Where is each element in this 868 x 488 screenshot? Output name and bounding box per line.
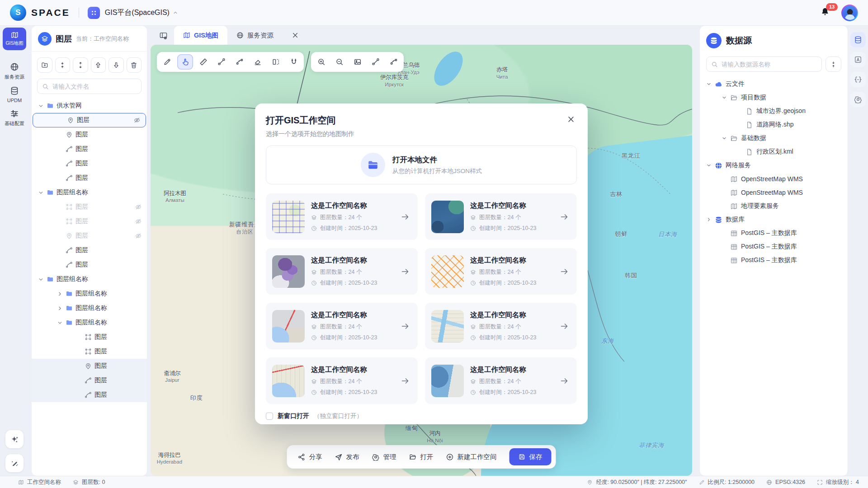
eye-off-icon — [135, 203, 142, 211]
workspace-card[interactable]: 这是工作空间名称图层数量：24 个创建时间：2025-10-23 — [266, 248, 418, 295]
datasource-row[interactable]: PostGIS – 主数据库 — [700, 253, 848, 267]
avatar[interactable] — [841, 5, 858, 21]
map-tool-measure-line[interactable] — [368, 54, 383, 70]
map-tool-zoom-in[interactable] — [313, 54, 329, 70]
save-button[interactable]: 保存 — [509, 448, 552, 465]
collapse-all-button[interactable] — [55, 57, 71, 73]
dialog-title: 打开GIS工作空间 — [266, 114, 577, 127]
rail-item-updm[interactable]: UPDM — [7, 86, 22, 103]
right-rail-code[interactable] — [850, 72, 866, 87]
datasource-row[interactable]: 城市边界.geojson — [700, 104, 848, 118]
map-tool-zoom-out[interactable] — [331, 54, 347, 70]
magic-wand-icon — [10, 459, 19, 468]
layer-row[interactable]: 图层 — [33, 113, 146, 127]
layer-row[interactable]: 图层 — [32, 127, 147, 142]
workspace-card[interactable]: 这是工作空间名称图层数量：24 个创建时间：2025-10-23 — [266, 357, 418, 404]
layer-row[interactable]: 图层 — [32, 142, 147, 156]
delete-button[interactable] — [127, 57, 142, 73]
collapse-all-button[interactable] — [826, 56, 841, 72]
map-label: 斋浦尔Jaipur — [164, 370, 181, 384]
layer-row[interactable]: 图层 — [32, 344, 147, 359]
layer-row[interactable]: 图层 — [32, 388, 147, 402]
move-up-button[interactable] — [91, 57, 106, 73]
rail-item-service-resources[interactable]: 服务资源 — [5, 62, 24, 80]
chevron-up-icon[interactable] — [173, 10, 178, 15]
datasource-row[interactable]: OpenStreetMap WMS — [700, 172, 848, 186]
datasource-row[interactable]: 道路网络.shp — [700, 118, 848, 131]
measure-line-icon — [372, 58, 380, 66]
datasource-search-input[interactable] — [722, 61, 817, 68]
map-tab-gis-map[interactable]: GIS地图 — [174, 26, 227, 45]
datasource-row[interactable]: 行政区划.kml — [700, 145, 848, 159]
datasource-row[interactable]: OpenStreetMap WMS — [700, 186, 848, 199]
notifications-button[interactable]: 13 — [821, 7, 830, 18]
layers-search-input[interactable] — [52, 83, 137, 90]
map-tool-snap[interactable] — [286, 54, 302, 70]
panel-toggle-button[interactable] — [156, 28, 170, 42]
layer-group-row[interactable]: 供水管网 — [32, 99, 147, 113]
layer-row[interactable]: 图层 — [32, 359, 147, 373]
map-tool-node-edit[interactable] — [231, 54, 247, 70]
map-tool-select-hand[interactable] — [177, 54, 193, 70]
datasource-row[interactable]: PostGIS – 主数据库 — [700, 240, 848, 253]
datasource-row[interactable]: 数据库 — [700, 213, 848, 226]
move-down-button[interactable] — [108, 57, 124, 73]
datasource-row[interactable]: 基础数据 — [700, 131, 848, 145]
datasource-row[interactable]: 云文件 — [700, 77, 848, 91]
ai-assistant-button[interactable] — [5, 430, 24, 448]
workspace-card[interactable]: 这是工作空间名称图层数量：24 个创建时间：2025-10-23 — [425, 303, 577, 349]
map-label: 伊尔库茨克Иркутск — [380, 74, 409, 88]
close-icon[interactable] — [567, 115, 575, 123]
workspace-card[interactable]: 这是工作空间名称图层数量：24 个创建时间：2025-10-23 — [425, 193, 577, 240]
workspace-created: 创建时间：2025-10-23 — [320, 279, 377, 287]
action-open[interactable]: 打开 — [409, 453, 434, 461]
layer-row[interactable]: 图层 — [32, 200, 147, 214]
layer-row[interactable]: 图层 — [32, 243, 147, 258]
layer-group-row[interactable]: 图层组名称 — [32, 185, 147, 200]
datasource-row[interactable]: PostGIS – 主数据库 — [700, 226, 848, 240]
add-group-button[interactable] — [37, 57, 52, 73]
layer-group-row[interactable]: 图层组名称 — [32, 272, 147, 286]
rail-item-gis-map[interactable]: GIS地图 — [3, 28, 26, 50]
datasource-row[interactable]: 网络服务 — [700, 159, 848, 172]
search-icon — [711, 61, 718, 68]
workspace-card[interactable]: 这是工作空间名称图层数量：24 个创建时间：2025-10-23 — [425, 248, 577, 295]
expand-all-button[interactable] — [73, 57, 88, 73]
map-tool-topology[interactable] — [386, 54, 401, 70]
right-rail-text-style[interactable] — [850, 52, 866, 67]
datasource-row[interactable]: 项目数据 — [700, 91, 848, 104]
app-title[interactable]: GIS平台(SpaceGIS) — [105, 8, 170, 18]
new-window-checkbox[interactable] — [266, 413, 273, 420]
right-rail-datasource[interactable] — [850, 32, 866, 47]
layer-row[interactable]: 图层 — [32, 229, 147, 243]
layer-row[interactable]: 图层 — [32, 156, 147, 171]
magic-edit-button[interactable] — [5, 454, 24, 472]
map-tool-line[interactable] — [213, 54, 229, 70]
action-manage[interactable]: 管理 — [372, 453, 396, 461]
map-tool-erase[interactable] — [250, 54, 265, 70]
workspace-card[interactable]: 这是工作空间名称图层数量：24 个创建时间：2025-10-23 — [266, 193, 418, 240]
datasource-row[interactable]: 地理要素服务 — [700, 199, 848, 213]
layer-group-row[interactable]: 图层组名称 — [32, 286, 147, 301]
workspace-card[interactable]: 这是工作空间名称图层数量：24 个创建时间：2025-10-23 — [425, 357, 577, 404]
map-tool-export-image[interactable] — [349, 54, 365, 70]
open-local-file-card[interactable]: 打开本地文件 从您的计算机打开本地JSON样式 — [266, 145, 577, 184]
action-publish[interactable]: 发布 — [335, 453, 359, 461]
map-tool-draw[interactable] — [159, 54, 175, 70]
map-tab-service-resources[interactable]: 服务资源 — [227, 26, 283, 45]
layer-row[interactable]: 图层 — [32, 258, 147, 272]
action-new-workspace[interactable]: 新建工作空间 — [446, 453, 497, 461]
action-share[interactable]: 分享 — [298, 453, 322, 461]
layer-row[interactable]: 图层 — [32, 214, 147, 229]
layer-group-row[interactable]: 图层组名称 — [32, 301, 147, 315]
close-tab-icon[interactable] — [292, 32, 299, 39]
layer-row[interactable]: 图层 — [32, 171, 147, 185]
map-tool-split[interactable] — [268, 54, 283, 70]
layer-group-row[interactable]: 图层组名称 — [32, 315, 147, 330]
layer-row[interactable]: 图层 — [32, 330, 147, 344]
map-tool-measure[interactable] — [195, 54, 211, 70]
layer-row[interactable]: 图层 — [32, 373, 147, 388]
workspace-card[interactable]: 这是工作空间名称图层数量：24 个创建时间：2025-10-23 — [266, 303, 418, 349]
rail-item-basic-config[interactable]: 基础配置 — [5, 109, 24, 127]
right-rail-settings[interactable] — [850, 92, 866, 107]
